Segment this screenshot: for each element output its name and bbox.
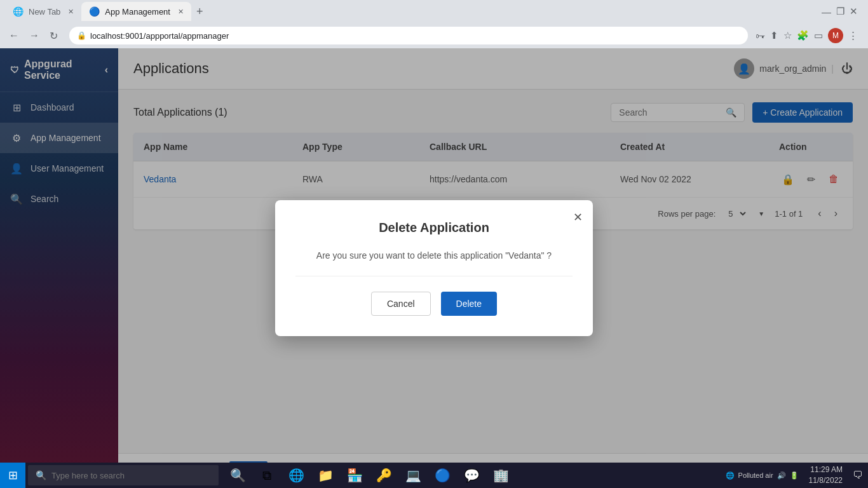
token-icon: 🔑 [376,468,392,483]
tab-bar: 🌐 New Tab ✕ 🔵 App Management ✕ + — ❐ ✕ [0,0,868,23]
explorer-icon: 📁 [318,468,334,483]
taskbar-search-input[interactable] [51,471,211,480]
battery-icon: 🔋 [790,471,799,480]
polluted-air-label: Polluted air [738,471,773,479]
notification-icon[interactable]: 🗨 [853,470,863,481]
taskbar: ⊞ 🔍 🔍 ⧉ 🌐 📁 🏪 🔑 💻 🔵 💬 [0,463,868,488]
modal-body: Are you sure you want to delete this app… [295,250,573,276]
taskbar-right: 🌐 Polluted air 🔊 🔋 11:29 AM 11/8/2022 🗨 [726,464,868,486]
share-icon[interactable]: ⬆ [770,30,778,41]
taskbar-date: 11/8/2022 [809,475,843,486]
taskbar-app-edge[interactable]: 🌐 [282,463,310,488]
back-button[interactable]: ← [5,27,23,44]
tcs-taskbar-icon: 🏢 [493,468,509,483]
taskbar-clock: 11:29 AM 11/8/2022 [804,464,848,486]
browser-actions: 🗝 ⬆ ☆ 🧩 ▭ M ⋮ [756,28,863,43]
delete-confirm-button[interactable]: Delete [441,292,497,316]
tab-new-tab[interactable]: 🌐 New Tab ✕ [5,2,81,21]
taskbar-app-task-view[interactable]: ⧉ [253,463,281,488]
tab-close-new-tab[interactable]: ✕ [68,8,74,16]
system-tray: 🌐 Polluted air 🔊 🔋 [726,471,799,480]
profile-icon[interactable]: M [828,28,843,43]
new-tab-button[interactable]: + [191,5,208,18]
minimize-button[interactable]: — [822,6,831,17]
tab-close-app-management[interactable]: ✕ [178,8,184,16]
teams-icon: 💬 [464,468,480,483]
edge-icon: 🌐 [288,468,304,483]
key-icon[interactable]: 🗝 [756,30,765,41]
close-button[interactable]: ✕ [850,6,858,17]
task-view-icon: ⧉ [262,468,271,483]
modal-title: Delete Application [295,220,573,235]
tab-app-management[interactable]: 🔵 App Management ✕ [81,2,191,21]
chrome-icon: 🔵 [435,468,451,483]
sidebar-icon[interactable]: ▭ [814,30,823,41]
windows-icon: ⊞ [8,468,18,482]
search-taskbar-icon: 🔍 [230,468,246,483]
network-icon: 🌐 [726,471,735,480]
cancel-button[interactable]: Cancel [371,292,431,316]
taskbar-app-store[interactable]: 🏪 [341,463,369,488]
taskbar-app-teams[interactable]: 💬 [458,463,485,488]
vscode-icon: 💻 [405,468,421,483]
modal-actions: Cancel Delete [295,292,573,316]
taskbar-time: 11:29 AM [809,464,843,475]
star-icon[interactable]: ☆ [783,30,792,41]
address-bar[interactable]: 🔒 localhost:9001/appportal/appmanager [69,27,748,44]
taskbar-search-box[interactable]: 🔍 [28,465,219,485]
taskbar-apps: 🔍 ⧉ 🌐 📁 🏪 🔑 💻 🔵 💬 🏢 [224,463,515,488]
taskbar-search-icon: 🔍 [36,470,46,480]
browser-navigation: ← → ↻ 🔒 localhost:9001/appportal/appmana… [0,23,868,48]
browser-chrome: 🌐 New Tab ✕ 🔵 App Management ✕ + — ❐ ✕ ←… [0,0,868,48]
start-button[interactable]: ⊞ [0,463,25,488]
taskbar-app-vscode[interactable]: 💻 [399,463,427,488]
forward-button[interactable]: → [25,27,43,44]
taskbar-app-token[interactable]: 🔑 [370,463,398,488]
reload-button[interactable]: ↻ [46,27,62,44]
taskbar-app-search[interactable]: 🔍 [224,463,252,488]
modal-overlay: ✕ Delete Application Are you sure you wa… [0,48,868,488]
restore-button[interactable]: ❐ [836,6,844,17]
taskbar-app-chrome[interactable]: 🔵 [428,463,456,488]
taskbar-app-tcs[interactable]: 🏢 [487,463,515,488]
taskbar-app-explorer[interactable]: 📁 [311,463,339,488]
volume-icon: 🔊 [777,471,786,480]
delete-application-modal: ✕ Delete Application Are you sure you wa… [275,200,593,336]
more-icon[interactable]: ⋮ [848,30,858,41]
extensions-icon[interactable]: 🧩 [797,30,809,41]
modal-close-button[interactable]: ✕ [573,210,583,224]
store-icon: 🏪 [347,468,363,483]
